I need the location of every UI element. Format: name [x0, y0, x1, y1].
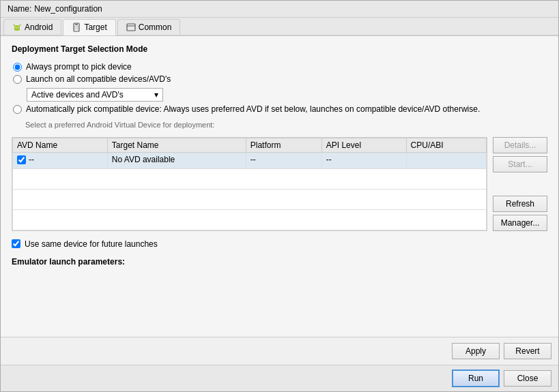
name-bar: Name: New_configuration	[1, 1, 558, 18]
avd-table-container: AVD Name Target Name Platform API Level …	[12, 137, 487, 231]
name-label: Name:	[8, 4, 31, 14]
svg-rect-7	[75, 24, 78, 25]
radio-always-prompt-label: Always prompt to pick device	[26, 62, 132, 72]
target-icon	[72, 22, 81, 32]
svg-point-5	[18, 27, 18, 28]
run-button[interactable]: Run	[452, 370, 500, 387]
svg-rect-9	[127, 24, 135, 31]
radio-auto-pick-input[interactable]	[13, 105, 22, 114]
table-empty-row-2	[13, 189, 487, 209]
apply-button[interactable]: Apply	[452, 343, 500, 359]
col-target-name: Target Name	[107, 138, 246, 153]
radio-launch-all[interactable]: Launch on all compatible devices/AVD's	[13, 74, 547, 84]
row-api-level: --	[321, 153, 406, 169]
android-icon	[12, 22, 22, 32]
row-target-name: No AVD available	[107, 153, 246, 169]
row-cpu-abi	[406, 153, 486, 169]
refresh-button[interactable]: Refresh	[493, 196, 547, 212]
radio-group: Always prompt to pick device Launch on a…	[13, 62, 547, 114]
avd-buttons: Details... Start... Refresh Manager...	[493, 137, 547, 231]
tabs-bar: Android Target Common	[1, 18, 558, 36]
svg-line-3	[19, 25, 20, 26]
radio-launch-all-label: Launch on all compatible devices/AVD's	[26, 74, 171, 84]
avd-section: AVD Name Target Name Platform API Level …	[12, 137, 547, 231]
avd-hint: Select a preferred Android Virtual Devic…	[25, 121, 547, 129]
table-empty-row-3	[13, 209, 487, 230]
col-api-level: API Level	[321, 138, 406, 153]
action-bar: Apply Revert	[1, 337, 558, 365]
row-avd-name: --	[13, 153, 108, 169]
svg-point-4	[16, 27, 16, 28]
chevron-down-icon: ▾	[154, 90, 158, 100]
bottom-bar: Run Close	[1, 365, 558, 391]
col-avd-name: AVD Name	[13, 138, 108, 153]
name-value: New_configuration	[34, 4, 102, 14]
active-devices-dropdown[interactable]: Active devices and AVD's ▾	[27, 88, 163, 102]
tab-target[interactable]: Target	[63, 19, 115, 35]
row-checkbox[interactable]	[17, 155, 26, 164]
tab-common[interactable]: Common	[117, 19, 181, 35]
details-button[interactable]: Details...	[493, 137, 547, 153]
avd-table: AVD Name Target Name Platform API Level …	[12, 138, 487, 230]
start-button[interactable]: Start...	[493, 156, 547, 172]
radio-always-prompt[interactable]: Always prompt to pick device	[13, 62, 547, 72]
emulator-launch-label: Emulator launch parameters:	[12, 257, 547, 267]
tab-common-label: Common	[139, 22, 172, 32]
close-button[interactable]: Close	[504, 370, 551, 387]
tab-android[interactable]: Android	[3, 19, 61, 35]
col-platform: Platform	[246, 138, 321, 153]
use-same-device-row: Use same device for future launches	[12, 239, 547, 249]
revert-button[interactable]: Revert	[504, 343, 551, 359]
radio-auto-pick[interactable]: Automatically pick compatible device: Al…	[13, 104, 547, 114]
svg-line-2	[14, 25, 15, 26]
manager-button[interactable]: Manager...	[493, 215, 547, 231]
dropdown-row: Active devices and AVD's ▾	[27, 88, 547, 102]
table-empty-row-1	[13, 168, 487, 189]
table-row[interactable]: -- No AVD available -- --	[13, 153, 487, 169]
tab-target-label: Target	[84, 22, 106, 32]
common-icon	[126, 22, 136, 32]
col-cpu-abi: CPU/ABI	[406, 138, 486, 153]
radio-auto-pick-label: Automatically pick compatible device: Al…	[26, 104, 480, 114]
dialog: Name: New_configuration Android	[0, 0, 559, 392]
tab-android-label: Android	[25, 22, 53, 32]
use-same-device-checkbox[interactable]	[12, 239, 20, 248]
svg-rect-1	[14, 27, 20, 31]
row-platform: --	[246, 153, 321, 169]
dropdown-value: Active devices and AVD's	[31, 90, 124, 100]
use-same-device-label: Use same device for future launches	[25, 239, 158, 249]
deployment-mode-label: Deployment Target Selection Mode	[12, 44, 547, 54]
content-area: Deployment Target Selection Mode Always …	[1, 36, 558, 337]
radio-launch-all-input[interactable]	[13, 75, 22, 84]
radio-always-prompt-input[interactable]	[13, 63, 22, 72]
svg-rect-8	[74, 26, 78, 29]
